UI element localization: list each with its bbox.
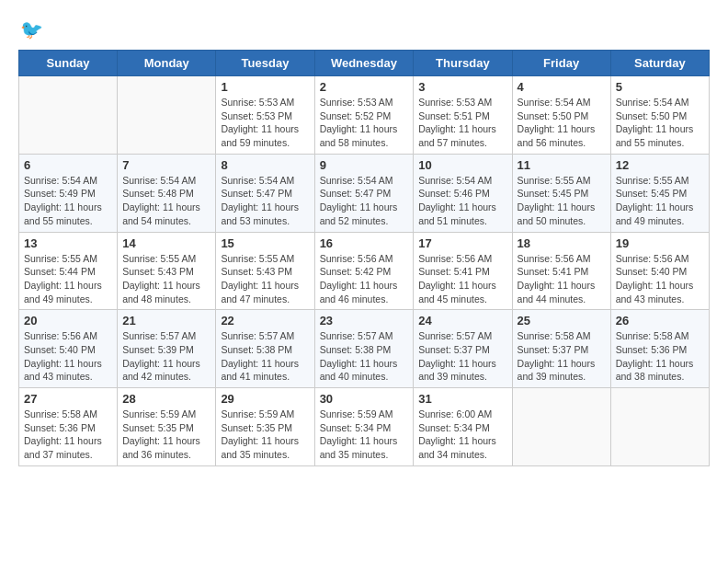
calendar-cell: 2Sunrise: 5:53 AM Sunset: 5:52 PM Daylig…	[314, 76, 414, 155]
day-number: 16	[320, 236, 409, 250]
calendar-cell: 4Sunrise: 5:54 AM Sunset: 5:50 PM Daylig…	[512, 76, 610, 155]
day-info: Sunrise: 5:57 AM Sunset: 5:38 PM Dayligh…	[221, 329, 309, 384]
day-number: 26	[616, 314, 704, 327]
calendar-cell: 11Sunrise: 5:55 AM Sunset: 5:45 PM Dayli…	[512, 154, 610, 232]
calendar-cell: 18Sunrise: 5:56 AM Sunset: 5:41 PM Dayli…	[512, 232, 610, 310]
calendar-cell: 14Sunrise: 5:55 AM Sunset: 5:43 PM Dayli…	[118, 232, 216, 310]
calendar-cell: 27Sunrise: 5:58 AM Sunset: 5:36 PM Dayli…	[19, 388, 118, 466]
day-number: 28	[122, 392, 210, 406]
day-number: 5	[616, 80, 704, 94]
calendar-cell: 24Sunrise: 5:57 AM Sunset: 5:37 PM Dayli…	[414, 310, 512, 388]
day-info: Sunrise: 5:57 AM Sunset: 5:38 PM Dayligh…	[320, 329, 409, 384]
weekday-header-friday: Friday	[512, 51, 610, 76]
calendar-cell: 8Sunrise: 5:54 AM Sunset: 5:47 PM Daylig…	[216, 154, 314, 232]
calendar-cell: 10Sunrise: 5:54 AM Sunset: 5:46 PM Dayli…	[414, 154, 512, 232]
weekday-header-tuesday: Tuesday	[216, 51, 314, 76]
day-number: 15	[221, 236, 309, 250]
weekday-header-thursday: Thursday	[414, 51, 512, 76]
calendar-cell: 19Sunrise: 5:56 AM Sunset: 5:40 PM Dayli…	[610, 232, 709, 310]
calendar-cell: 9Sunrise: 5:54 AM Sunset: 5:47 PM Daylig…	[314, 154, 414, 232]
day-number: 30	[320, 392, 409, 406]
day-number: 14	[122, 236, 210, 250]
calendar-cell: 15Sunrise: 5:55 AM Sunset: 5:43 PM Dayli…	[216, 232, 314, 310]
day-number: 8	[221, 158, 309, 172]
weekday-header-wednesday: Wednesday	[314, 51, 414, 76]
day-number: 25	[518, 314, 606, 327]
day-info: Sunrise: 5:54 AM Sunset: 5:50 PM Dayligh…	[616, 96, 704, 150]
day-number: 23	[320, 314, 409, 327]
day-info: Sunrise: 5:59 AM Sunset: 5:35 PM Dayligh…	[122, 408, 210, 462]
day-number: 12	[616, 158, 704, 172]
day-info: Sunrise: 5:53 AM Sunset: 5:51 PM Dayligh…	[418, 96, 506, 150]
day-number: 27	[24, 392, 112, 406]
calendar-cell: 26Sunrise: 5:58 AM Sunset: 5:36 PM Dayli…	[610, 310, 709, 388]
calendar-cell: 25Sunrise: 5:58 AM Sunset: 5:37 PM Dayli…	[512, 310, 610, 388]
day-info: Sunrise: 5:58 AM Sunset: 5:36 PM Dayligh…	[616, 329, 704, 384]
logo-bird-icon: 🐦	[20, 18, 43, 40]
day-number: 20	[24, 314, 112, 327]
day-number: 21	[122, 314, 210, 327]
day-info: Sunrise: 5:57 AM Sunset: 5:39 PM Dayligh…	[122, 329, 210, 384]
day-info: Sunrise: 5:54 AM Sunset: 5:50 PM Dayligh…	[518, 96, 606, 150]
day-info: Sunrise: 5:54 AM Sunset: 5:48 PM Dayligh…	[122, 174, 210, 228]
day-number: 19	[616, 236, 704, 250]
day-info: Sunrise: 5:55 AM Sunset: 5:45 PM Dayligh…	[518, 174, 606, 228]
day-number: 7	[122, 158, 210, 172]
calendar-cell: 29Sunrise: 5:59 AM Sunset: 5:35 PM Dayli…	[216, 388, 314, 466]
weekday-header-monday: Monday	[118, 51, 216, 76]
day-info: Sunrise: 5:59 AM Sunset: 5:35 PM Dayligh…	[221, 408, 309, 462]
calendar-cell: 3Sunrise: 5:53 AM Sunset: 5:51 PM Daylig…	[414, 76, 512, 155]
calendar-cell: 21Sunrise: 5:57 AM Sunset: 5:39 PM Dayli…	[118, 310, 216, 388]
calendar-cell: 13Sunrise: 5:55 AM Sunset: 5:44 PM Dayli…	[19, 232, 118, 310]
calendar-cell	[19, 76, 118, 155]
day-info: Sunrise: 5:53 AM Sunset: 5:52 PM Dayligh…	[320, 96, 409, 150]
day-info: Sunrise: 5:58 AM Sunset: 5:36 PM Dayligh…	[24, 408, 112, 462]
calendar-cell	[118, 76, 216, 155]
day-info: Sunrise: 5:54 AM Sunset: 5:49 PM Dayligh…	[24, 174, 112, 228]
day-number: 31	[418, 392, 506, 406]
day-info: Sunrise: 5:58 AM Sunset: 5:37 PM Dayligh…	[518, 329, 606, 384]
day-info: Sunrise: 5:54 AM Sunset: 5:46 PM Dayligh…	[418, 174, 506, 228]
day-number: 2	[320, 80, 409, 94]
weekday-header-saturday: Saturday	[610, 51, 709, 76]
day-number: 24	[418, 314, 506, 327]
day-number: 9	[320, 158, 409, 172]
day-info: Sunrise: 5:54 AM Sunset: 5:47 PM Dayligh…	[221, 174, 309, 228]
day-number: 18	[518, 236, 606, 250]
day-info: Sunrise: 5:56 AM Sunset: 5:42 PM Dayligh…	[320, 252, 409, 306]
calendar-cell: 17Sunrise: 5:56 AM Sunset: 5:41 PM Dayli…	[414, 232, 512, 310]
page-header: 🐦	[18, 18, 710, 40]
day-number: 4	[518, 80, 606, 94]
day-number: 22	[221, 314, 309, 327]
day-info: Sunrise: 5:54 AM Sunset: 5:47 PM Dayligh…	[320, 174, 409, 228]
calendar-cell: 7Sunrise: 5:54 AM Sunset: 5:48 PM Daylig…	[118, 154, 216, 232]
day-info: Sunrise: 5:53 AM Sunset: 5:53 PM Dayligh…	[221, 96, 309, 150]
weekday-header-sunday: Sunday	[19, 51, 118, 76]
day-info: Sunrise: 5:55 AM Sunset: 5:43 PM Dayligh…	[221, 252, 309, 306]
calendar-cell: 31Sunrise: 6:00 AM Sunset: 5:34 PM Dayli…	[414, 388, 512, 466]
day-info: Sunrise: 5:56 AM Sunset: 5:41 PM Dayligh…	[418, 252, 506, 306]
calendar-cell: 28Sunrise: 5:59 AM Sunset: 5:35 PM Dayli…	[118, 388, 216, 466]
day-info: Sunrise: 5:55 AM Sunset: 5:43 PM Dayligh…	[122, 252, 210, 306]
day-number: 6	[24, 158, 112, 172]
calendar-cell: 5Sunrise: 5:54 AM Sunset: 5:50 PM Daylig…	[610, 76, 709, 155]
calendar-cell	[512, 388, 610, 466]
calendar-cell: 30Sunrise: 5:59 AM Sunset: 5:34 PM Dayli…	[314, 388, 414, 466]
calendar-cell: 12Sunrise: 5:55 AM Sunset: 5:45 PM Dayli…	[610, 154, 709, 232]
day-info: Sunrise: 5:59 AM Sunset: 5:34 PM Dayligh…	[320, 408, 409, 462]
calendar-cell: 20Sunrise: 5:56 AM Sunset: 5:40 PM Dayli…	[19, 310, 118, 388]
day-info: Sunrise: 6:00 AM Sunset: 5:34 PM Dayligh…	[418, 408, 506, 462]
calendar-cell: 23Sunrise: 5:57 AM Sunset: 5:38 PM Dayli…	[314, 310, 414, 388]
day-number: 3	[418, 80, 506, 94]
day-info: Sunrise: 5:55 AM Sunset: 5:45 PM Dayligh…	[616, 174, 704, 228]
calendar-cell: 16Sunrise: 5:56 AM Sunset: 5:42 PM Dayli…	[314, 232, 414, 310]
day-number: 10	[418, 158, 506, 172]
day-number: 17	[418, 236, 506, 250]
logo: 🐦	[18, 18, 43, 40]
day-info: Sunrise: 5:56 AM Sunset: 5:40 PM Dayligh…	[24, 329, 112, 384]
day-number: 11	[518, 158, 606, 172]
day-info: Sunrise: 5:57 AM Sunset: 5:37 PM Dayligh…	[418, 329, 506, 384]
calendar-table: SundayMondayTuesdayWednesdayThursdayFrid…	[18, 50, 710, 466]
calendar-cell: 22Sunrise: 5:57 AM Sunset: 5:38 PM Dayli…	[216, 310, 314, 388]
day-info: Sunrise: 5:56 AM Sunset: 5:41 PM Dayligh…	[518, 252, 606, 306]
